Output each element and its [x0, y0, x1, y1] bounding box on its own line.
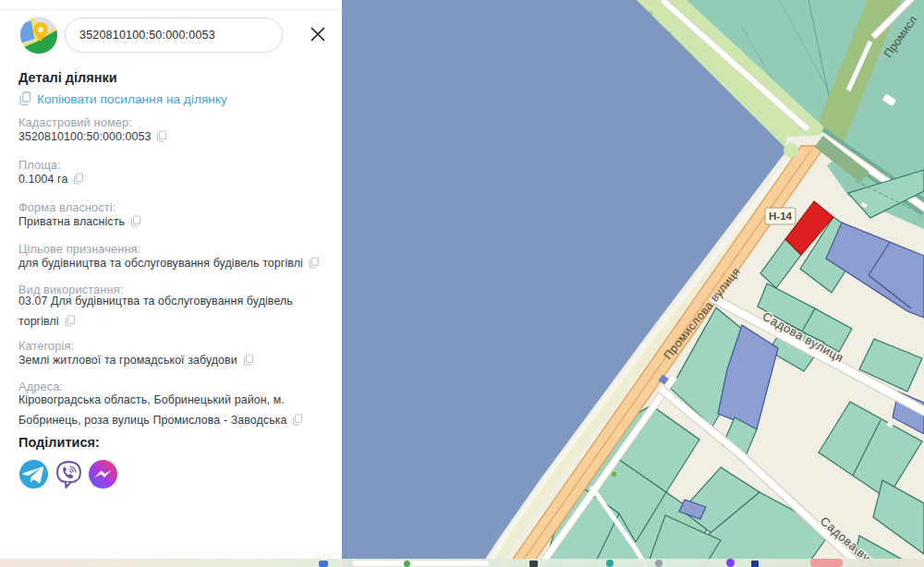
svg-text:Н-14: Н-14 [769, 211, 793, 222]
